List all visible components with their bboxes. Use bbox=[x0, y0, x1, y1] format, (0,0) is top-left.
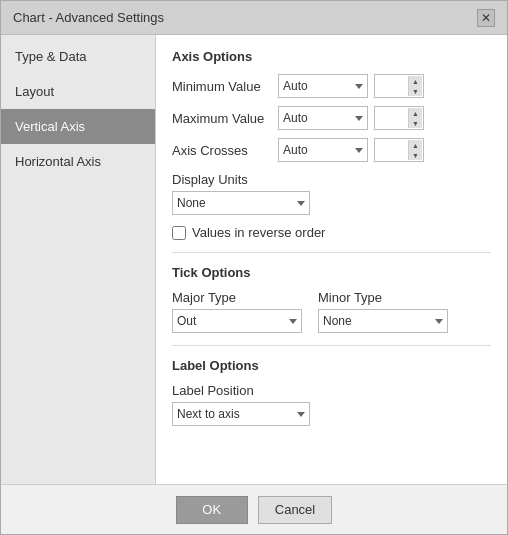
cancel-button[interactable]: Cancel bbox=[258, 496, 332, 524]
minor-type-col: Minor Type None In Out Cross bbox=[318, 290, 448, 333]
axis-crosses-input[interactable] bbox=[379, 143, 411, 157]
reverse-order-label: Values in reverse order bbox=[192, 225, 325, 240]
maximum-value-spinbox-btns: ▲ ▼ bbox=[408, 108, 422, 128]
dialog: Chart - Advanced Settings ✕ Type & Data … bbox=[0, 0, 508, 535]
dialog-body: Type & Data Layout Vertical Axis Horizon… bbox=[1, 35, 507, 484]
minimum-value-row: Minimum Value Auto Fixed ▲ ▼ bbox=[172, 74, 491, 98]
maximum-value-down-btn[interactable]: ▼ bbox=[408, 118, 422, 128]
ok-button[interactable]: OK bbox=[176, 496, 248, 524]
minimum-value-down-btn[interactable]: ▼ bbox=[408, 86, 422, 96]
minimum-value-input[interactable] bbox=[379, 79, 411, 93]
maximum-value-label: Maximum Value bbox=[172, 111, 272, 126]
sidebar-item-vertical-axis[interactable]: Vertical Axis bbox=[1, 109, 155, 144]
label-position-select[interactable]: Next to axis High Low None bbox=[172, 402, 310, 426]
divider-2 bbox=[172, 345, 491, 346]
axis-crosses-select[interactable]: Auto Value Min/Max bbox=[278, 138, 368, 162]
maximum-value-spinbox: ▲ ▼ bbox=[374, 106, 424, 130]
minimum-value-up-btn[interactable]: ▲ bbox=[408, 76, 422, 86]
axis-crosses-row: Axis Crosses Auto Value Min/Max ▲ ▼ bbox=[172, 138, 491, 162]
divider-1 bbox=[172, 252, 491, 253]
axis-crosses-down-btn[interactable]: ▼ bbox=[408, 150, 422, 160]
axis-options-title: Axis Options bbox=[172, 49, 491, 64]
minimum-value-select[interactable]: Auto Fixed bbox=[278, 74, 368, 98]
sidebar-item-layout[interactable]: Layout bbox=[1, 74, 155, 109]
major-type-select[interactable]: None In Out Cross bbox=[172, 309, 302, 333]
maximum-value-row: Maximum Value Auto Fixed ▲ ▼ bbox=[172, 106, 491, 130]
maximum-value-select[interactable]: Auto Fixed bbox=[278, 106, 368, 130]
axis-crosses-up-btn[interactable]: ▲ bbox=[408, 140, 422, 150]
close-button[interactable]: ✕ bbox=[477, 9, 495, 27]
minimum-value-spinbox-btns: ▲ ▼ bbox=[408, 76, 422, 96]
display-units-section: Display Units None Hundreds Thousands Mi… bbox=[172, 172, 491, 215]
reverse-order-checkbox[interactable] bbox=[172, 226, 186, 240]
maximum-value-input[interactable] bbox=[379, 111, 411, 125]
sidebar-item-horizontal-axis[interactable]: Horizontal Axis bbox=[1, 144, 155, 179]
minor-type-label: Minor Type bbox=[318, 290, 448, 305]
content-panel: Axis Options Minimum Value Auto Fixed ▲ … bbox=[156, 35, 507, 484]
reverse-order-row: Values in reverse order bbox=[172, 225, 491, 240]
sidebar-item-type-data[interactable]: Type & Data bbox=[1, 39, 155, 74]
label-position-section: Label Position Next to axis High Low Non… bbox=[172, 383, 491, 426]
display-units-select[interactable]: None Hundreds Thousands Millions Billion… bbox=[172, 191, 310, 215]
major-type-label: Major Type bbox=[172, 290, 302, 305]
label-options-title: Label Options bbox=[172, 358, 491, 373]
minimum-value-label: Minimum Value bbox=[172, 79, 272, 94]
tick-options-row: Major Type None In Out Cross Minor Type … bbox=[172, 290, 491, 333]
minor-type-select[interactable]: None In Out Cross bbox=[318, 309, 448, 333]
axis-crosses-label: Axis Crosses bbox=[172, 143, 272, 158]
label-position-label: Label Position bbox=[172, 383, 491, 398]
dialog-footer: OK Cancel bbox=[1, 484, 507, 534]
tick-options-title: Tick Options bbox=[172, 265, 491, 280]
title-bar: Chart - Advanced Settings ✕ bbox=[1, 1, 507, 35]
major-type-col: Major Type None In Out Cross bbox=[172, 290, 302, 333]
dialog-title: Chart - Advanced Settings bbox=[13, 10, 164, 25]
display-units-label: Display Units bbox=[172, 172, 491, 187]
axis-crosses-spinbox: ▲ ▼ bbox=[374, 138, 424, 162]
axis-crosses-spinbox-btns: ▲ ▼ bbox=[408, 140, 422, 160]
sidebar: Type & Data Layout Vertical Axis Horizon… bbox=[1, 35, 156, 484]
minimum-value-spinbox: ▲ ▼ bbox=[374, 74, 424, 98]
maximum-value-up-btn[interactable]: ▲ bbox=[408, 108, 422, 118]
